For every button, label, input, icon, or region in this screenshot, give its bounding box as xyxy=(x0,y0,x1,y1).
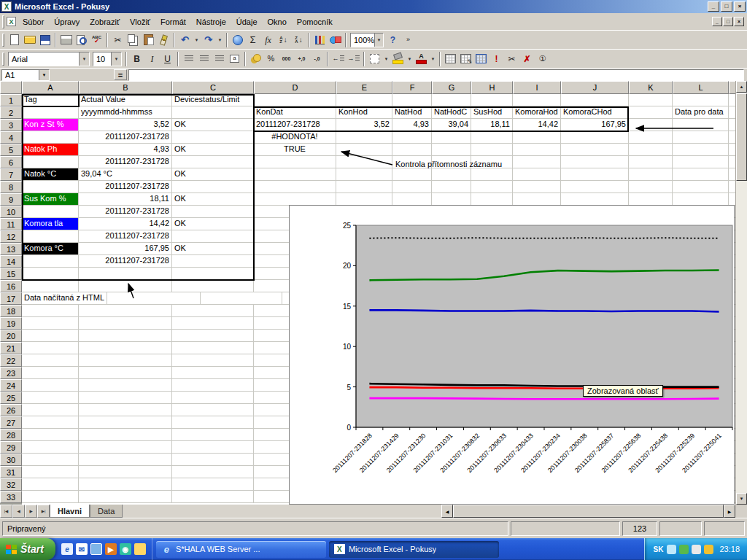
cell-B10[interactable]: 20111207-231728 xyxy=(79,206,172,218)
cell-C22[interactable] xyxy=(172,354,254,367)
quick-launch-show-desktop-icon[interactable] xyxy=(90,543,102,555)
cell-H7[interactable] xyxy=(471,168,513,181)
minimize-button[interactable]: _ xyxy=(708,1,719,12)
cell-A14[interactable] xyxy=(22,255,79,268)
drawing-button[interactable] xyxy=(328,32,343,48)
cell-H8[interactable] xyxy=(471,181,513,193)
cell-G4[interactable] xyxy=(432,131,471,144)
cell-B7[interactable]: 39,04 °C xyxy=(79,168,172,181)
cell-A9[interactable]: Sus Kom % xyxy=(22,193,79,206)
cell-A16[interactable] xyxy=(22,280,79,292)
edit-formula-button[interactable]: = xyxy=(114,69,127,80)
cell-B22[interactable] xyxy=(79,354,172,367)
cell-A3[interactable]: Kon z St % xyxy=(22,119,79,131)
cell-I6[interactable] xyxy=(513,156,561,168)
cell-B2[interactable]: yyyymmdd-hhmmss xyxy=(79,106,172,119)
cell-L4[interactable] xyxy=(673,131,729,144)
decrease-indent-button[interactable] xyxy=(330,51,346,67)
cell-C29[interactable] xyxy=(172,441,254,454)
cell-A27[interactable] xyxy=(22,416,79,429)
toolbar-grip[interactable] xyxy=(2,15,4,28)
cell-C33[interactable] xyxy=(172,491,254,503)
cell-A2[interactable] xyxy=(22,106,79,119)
cell-C2[interactable] xyxy=(172,106,254,119)
scroll-down-button[interactable]: ▼ xyxy=(736,493,747,505)
cell-B19[interactable] xyxy=(79,317,172,330)
cell-C17[interactable] xyxy=(201,292,282,305)
cell-L7[interactable] xyxy=(673,168,729,181)
cell-B28[interactable] xyxy=(79,429,172,441)
sort-descending-button[interactable] xyxy=(291,32,306,48)
cell-B31[interactable] xyxy=(79,466,172,478)
underline-button[interactable]: U xyxy=(160,51,175,67)
cell-L9[interactable] xyxy=(673,193,729,206)
cell-A12[interactable] xyxy=(22,230,79,243)
column-header-B[interactable]: B xyxy=(79,81,172,94)
row-header-14[interactable]: 14 xyxy=(0,255,22,268)
cell-K6[interactable] xyxy=(629,156,673,168)
bold-button[interactable]: B xyxy=(129,51,144,67)
column-header-J[interactable]: J xyxy=(561,81,629,94)
formula-input[interactable] xyxy=(128,69,744,81)
menu-window[interactable]: Okno xyxy=(263,15,292,28)
borders-button[interactable] xyxy=(367,51,382,67)
cell-B26[interactable] xyxy=(79,404,172,416)
cell-F1[interactable] xyxy=(392,94,432,106)
cell-F9[interactable] xyxy=(392,193,432,206)
cell-F8[interactable] xyxy=(392,181,432,193)
book-minimize-button[interactable]: _ xyxy=(712,17,722,26)
cell-C10[interactable] xyxy=(172,206,254,218)
row-header-2[interactable]: 2 xyxy=(0,106,22,119)
merge-center-button[interactable] xyxy=(227,51,242,67)
cell-I4[interactable] xyxy=(513,131,561,144)
cell-C8[interactable] xyxy=(172,181,254,193)
table-edit-tool-button[interactable] xyxy=(458,51,473,67)
row-header-16[interactable]: 16 xyxy=(0,280,22,292)
book-restore-button[interactable]: □ xyxy=(723,17,733,26)
cell-G7[interactable] xyxy=(432,168,471,181)
cell-B30[interactable] xyxy=(79,454,172,466)
select-all-button[interactable] xyxy=(0,81,22,94)
cell-K5[interactable] xyxy=(629,144,673,156)
sheet-tab-hlavni[interactable]: Hlavni xyxy=(50,505,90,518)
menu-help[interactable]: Pomocník xyxy=(292,15,338,28)
cell-B15[interactable] xyxy=(79,268,172,280)
cell-L6[interactable] xyxy=(673,156,729,168)
cell-I5[interactable] xyxy=(513,144,561,156)
sheet-tool-button[interactable] xyxy=(473,51,489,67)
help-button[interactable]: ? xyxy=(385,32,400,48)
spelling-button[interactable] xyxy=(89,32,104,48)
cell-G5[interactable] xyxy=(432,144,471,156)
cell-B29[interactable] xyxy=(79,441,172,454)
currency-style-button[interactable] xyxy=(248,51,263,67)
fill-color-button[interactable] xyxy=(390,51,406,67)
cell-G3[interactable]: 39,04 xyxy=(432,119,471,131)
cell-G2[interactable]: NatHodC xyxy=(432,106,471,119)
cell-K8[interactable] xyxy=(629,181,673,193)
cell-F2[interactable]: NatHod xyxy=(392,106,432,119)
row-header-8[interactable]: 8 xyxy=(0,181,22,193)
cell-J2[interactable]: KomoraCHod xyxy=(561,106,629,119)
cell-B6[interactable]: 20111207-231728 xyxy=(79,156,172,168)
row-header-25[interactable]: 25 xyxy=(0,392,22,404)
cell-M4[interactable] xyxy=(729,131,735,144)
cell-I9[interactable] xyxy=(513,193,561,206)
cell-A8[interactable] xyxy=(22,181,79,193)
cell-B5[interactable]: 4,93 xyxy=(79,144,172,156)
cell-C11[interactable]: OK xyxy=(172,218,254,230)
cell-J3[interactable]: 167,95 xyxy=(561,119,629,131)
close-button[interactable]: × xyxy=(734,1,746,12)
sort-ascending-button[interactable] xyxy=(276,32,291,48)
align-right-button[interactable] xyxy=(212,51,227,67)
cell-B18[interactable] xyxy=(79,305,172,317)
chart-wizard-button[interactable] xyxy=(312,32,328,48)
cell-A7[interactable]: Natok °C xyxy=(22,168,79,181)
cell-A25[interactable] xyxy=(22,392,79,404)
cell-H5[interactable] xyxy=(471,144,513,156)
cell-C9[interactable]: OK xyxy=(172,193,254,206)
cell-A31[interactable] xyxy=(22,466,79,478)
cell-C1[interactable]: Devicestatus/Limit xyxy=(172,94,254,106)
format-painter-button[interactable] xyxy=(156,32,171,48)
horizontal-scroll-thumb[interactable] xyxy=(453,505,724,518)
cell-I7[interactable] xyxy=(513,168,561,181)
